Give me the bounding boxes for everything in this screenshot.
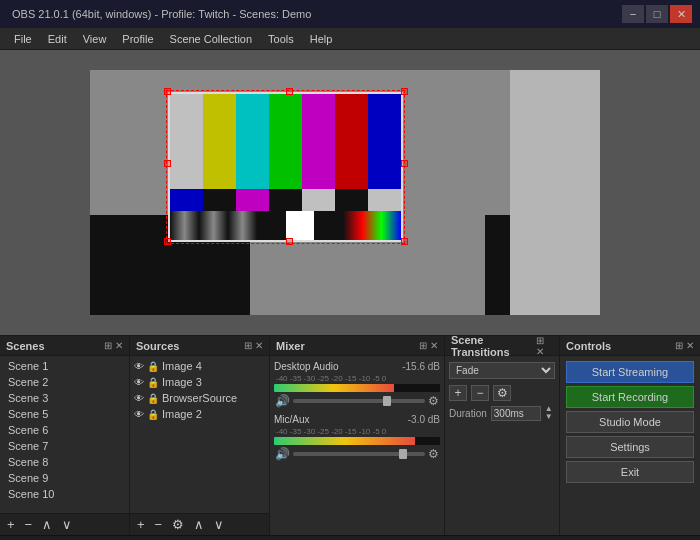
transitions-content: Fade Cut + − ⚙ Duration ▲ ▼ xyxy=(445,356,559,535)
scenes-up-button[interactable]: ∧ xyxy=(39,517,55,532)
transitions-panel: Scene Transitions ⊞ ✕ Fade Cut + − ⚙ Dur… xyxy=(445,336,560,535)
menu-item-edit[interactable]: Edit xyxy=(40,31,75,47)
menu-item-help[interactable]: Help xyxy=(302,31,341,47)
mic-volume-slider[interactable] xyxy=(293,452,425,456)
studio-mode-button[interactable]: Studio Mode xyxy=(566,411,694,433)
source-label: Image 2 xyxy=(162,408,202,420)
mixer-track-mic-header: Mic/Aux -3.0 dB xyxy=(274,414,440,425)
duration-input[interactable] xyxy=(491,406,541,421)
scenes-panel: Scenes ⊞ ✕ Scene 1Scene 2Scene 3Scene 5S… xyxy=(0,336,130,535)
handle-tr[interactable] xyxy=(401,88,408,95)
scene-item[interactable]: Scene 9 xyxy=(0,470,129,486)
sources-up-button[interactable]: ∧ xyxy=(191,517,207,532)
source-item[interactable]: 👁🔒Image 2 xyxy=(130,406,269,422)
start-recording-button[interactable]: Start Recording xyxy=(566,386,694,408)
menu-item-view[interactable]: View xyxy=(75,31,115,47)
scenes-add-button[interactable]: + xyxy=(4,517,18,532)
maximize-button[interactable]: □ xyxy=(646,5,668,23)
duration-label: Duration xyxy=(449,408,487,419)
menu-item-tools[interactable]: Tools xyxy=(260,31,302,47)
bar-blue xyxy=(368,94,401,189)
handle-bm[interactable] xyxy=(286,238,293,245)
sources-down-button[interactable]: ∨ xyxy=(211,517,227,532)
mic-settings-button[interactable]: ⚙ xyxy=(427,447,440,461)
title-bar: OBS 21.0.1 (64bit, windows) - Profile: T… xyxy=(0,0,700,28)
bar-gradient xyxy=(170,211,257,240)
scenes-panel-title: Scenes xyxy=(6,340,45,352)
transition-type-select[interactable]: Fade Cut xyxy=(449,362,555,379)
start-streaming-button[interactable]: Start Streaming xyxy=(566,361,694,383)
sources-panel-header: Sources ⊞ ✕ xyxy=(130,336,269,356)
window-controls: − □ ✕ xyxy=(622,5,692,23)
scene-item[interactable]: Scene 3 xyxy=(0,390,129,406)
source-item[interactable]: 👁🔒BrowserSource xyxy=(130,390,269,406)
transition-add-button[interactable]: + xyxy=(449,385,467,401)
menu-item-profile[interactable]: Profile xyxy=(114,31,161,47)
desktop-settings-button[interactable]: ⚙ xyxy=(427,394,440,408)
scene-item[interactable]: Scene 2 xyxy=(0,374,129,390)
scene-item[interactable]: Scene 5 xyxy=(0,406,129,422)
handle-tl[interactable] xyxy=(164,88,171,95)
menu-item-scene-collection[interactable]: Scene Collection xyxy=(162,31,261,47)
handle-bl[interactable] xyxy=(164,238,171,245)
mic-volume-thumb xyxy=(399,449,407,459)
sources-list: 👁🔒Image 4👁🔒Image 3👁🔒BrowserSource👁🔒Image… xyxy=(130,356,269,513)
visibility-icon[interactable]: 👁 xyxy=(134,409,144,420)
scenes-down-button[interactable]: ∨ xyxy=(59,517,75,532)
bar-cyan xyxy=(236,94,269,189)
visibility-icon[interactable]: 👁 xyxy=(134,377,144,388)
handle-tm[interactable] xyxy=(286,88,293,95)
scene-item[interactable]: Scene 1 xyxy=(0,358,129,374)
sources-add-button[interactable]: + xyxy=(134,517,148,532)
scene-item[interactable]: Scene 8 xyxy=(0,454,129,470)
handle-mr[interactable] xyxy=(401,160,408,167)
sources-remove-button[interactable]: − xyxy=(152,517,166,532)
settings-button[interactable]: Settings xyxy=(566,436,694,458)
bar-black3 xyxy=(335,189,368,211)
exit-button[interactable]: Exit xyxy=(566,461,694,483)
handle-br[interactable] xyxy=(401,238,408,245)
desktop-volume-slider[interactable] xyxy=(293,399,425,403)
transition-controls: + − ⚙ xyxy=(445,383,559,403)
visibility-icon[interactable]: 👁 xyxy=(134,393,144,404)
close-button[interactable]: ✕ xyxy=(670,5,692,23)
mic-scale: -40 -35 -30 -25 -20 -15 -10 -5 0 xyxy=(274,427,440,436)
scene-item[interactable]: Scene 6 xyxy=(0,422,129,438)
lock-icon[interactable]: 🔒 xyxy=(147,361,159,372)
desktop-audio-meter xyxy=(274,384,440,392)
controls-panel-header: Controls ⊞ ✕ xyxy=(560,336,700,356)
transition-remove-button[interactable]: − xyxy=(471,385,489,401)
menu-item-file[interactable]: File xyxy=(6,31,40,47)
scenes-remove-button[interactable]: − xyxy=(22,517,36,532)
minimize-button[interactable]: − xyxy=(622,5,644,23)
source-item[interactable]: 👁🔒Image 4 xyxy=(130,358,269,374)
visibility-icon[interactable]: 👁 xyxy=(134,361,144,372)
transition-settings-button[interactable]: ⚙ xyxy=(493,385,511,401)
mic-mute-button[interactable]: 🔊 xyxy=(274,447,291,461)
sources-settings-button[interactable]: ⚙ xyxy=(169,517,187,532)
mixer-panel-icons: ⊞ ✕ xyxy=(419,340,438,351)
bar-magenta xyxy=(302,94,335,189)
bar-white4 xyxy=(286,211,315,240)
desktop-audio-controls: 🔊 ⚙ xyxy=(274,394,440,408)
mixer-content: Desktop Audio -15.6 dB -40 -35 -30 -25 -… xyxy=(270,356,444,535)
desktop-mute-button[interactable]: 🔊 xyxy=(274,394,291,408)
lock-icon[interactable]: 🔒 xyxy=(147,377,159,388)
preview-area xyxy=(0,50,700,335)
source-label: BrowserSource xyxy=(162,392,237,404)
lock-icon[interactable]: 🔒 xyxy=(147,393,159,404)
bar-yellow xyxy=(203,94,236,189)
scenes-panel-header: Scenes ⊞ ✕ xyxy=(0,336,129,356)
color-bars-mid xyxy=(170,189,401,211)
scene-item[interactable]: Scene 10 xyxy=(0,486,129,502)
desktop-audio-fill xyxy=(274,384,394,392)
bar-black1 xyxy=(203,189,236,211)
lock-icon[interactable]: 🔒 xyxy=(147,409,159,420)
handle-ml[interactable] xyxy=(164,160,171,167)
bar-color-gradient xyxy=(343,211,401,240)
mixer-track-mic: Mic/Aux -3.0 dB -40 -35 -30 -25 -20 -15 … xyxy=(270,411,444,464)
bar-green xyxy=(269,94,302,189)
controls-content: Start Streaming Start Recording Studio M… xyxy=(560,356,700,535)
scene-item[interactable]: Scene 7 xyxy=(0,438,129,454)
source-item[interactable]: 👁🔒Image 3 xyxy=(130,374,269,390)
